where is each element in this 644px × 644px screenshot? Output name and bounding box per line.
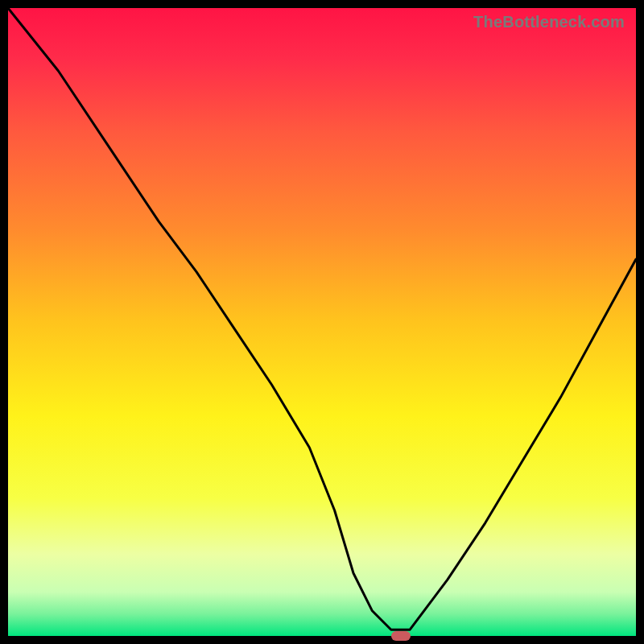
chart-svg [8,8,636,636]
gradient-background [8,8,636,636]
minimum-marker [391,631,411,641]
outer-frame: TheBottleneck.com [0,0,644,644]
plot-area: TheBottleneck.com [8,8,636,636]
watermark-label: TheBottleneck.com [473,13,625,31]
